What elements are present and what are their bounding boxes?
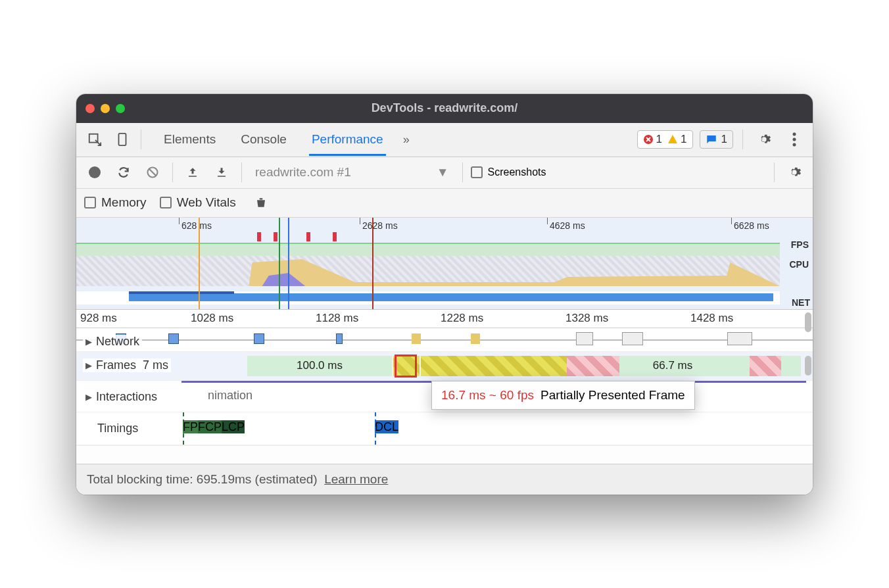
timings-track[interactable]: Timings FPFCPLCP DCL: [76, 412, 813, 445]
timing-marker-lcp[interactable]: LCP: [222, 420, 245, 433]
tab-elements[interactable]: Elements: [161, 124, 218, 156]
record-button[interactable]: [83, 160, 107, 184]
frame-segment-dropped[interactable]: [750, 356, 781, 376]
ruler-tick: 1128 ms: [316, 312, 358, 325]
reload-record-button[interactable]: [112, 160, 135, 184]
dropped-frame-marker: [333, 232, 337, 241]
status-footer: Total blocking time: 695.19ms (estimated…: [76, 464, 813, 495]
ruler-tick: 1028 ms: [191, 312, 233, 325]
download-profile-button[interactable]: [210, 160, 233, 184]
overview-tick: 628 ms: [181, 220, 212, 231]
tooltip-timing: 16.7 ms ~ 60 fps: [441, 388, 534, 403]
divider: [172, 162, 173, 182]
timeline-overview[interactable]: 628 ms 2628 ms 4628 ms 6628 ms FPS CP: [76, 218, 813, 310]
divider: [141, 130, 141, 149]
dropped-frame-marker: [257, 232, 261, 241]
dropped-frame-marker: [306, 232, 310, 241]
frame-segment-partial[interactable]: [421, 356, 567, 376]
overview-marker: [199, 218, 200, 309]
disclosure-triangle-icon[interactable]: ▶: [85, 360, 92, 370]
lane-label-fps: FPS: [789, 235, 813, 255]
more-tabs-button[interactable]: »: [403, 133, 410, 147]
frame-selection: [395, 355, 417, 378]
issues-badge[interactable]: 1: [700, 130, 733, 149]
learn-more-link[interactable]: Learn more: [324, 472, 388, 486]
animation-label-truncated: nimation: [208, 389, 252, 403]
divider: [241, 162, 242, 182]
device-toolbar-icon[interactable]: [110, 128, 134, 151]
warning-count: 1: [681, 133, 686, 146]
timing-line: [375, 412, 376, 445]
cpu-lane: [76, 256, 780, 286]
frame-tooltip: 16.7 ms ~ 60 fps Partially Presented Fra…: [431, 381, 695, 410]
collect-garbage-button[interactable]: [249, 191, 273, 214]
capture-settings-icon[interactable]: [782, 160, 806, 184]
interactions-track[interactable]: ▶Interactions nimation 16.7 ms ~ 60 fps …: [76, 381, 813, 412]
overview-tick: 4628 ms: [550, 220, 585, 231]
window-title: DevTools - readwrite.com/: [76, 101, 813, 115]
svg-point-4: [793, 138, 796, 141]
time-ruler[interactable]: 928 ms 1028 ms 1128 ms 1228 ms 1328 ms 1…: [76, 310, 813, 328]
frames-track[interactable]: ▶Frames 7 ms 100.0 ms 66.7 ms: [76, 352, 813, 381]
devtools-window: DevTools - readwrite.com/ Elements Conso…: [76, 94, 813, 495]
overview-marker: [372, 218, 373, 309]
panel-tab-bar: Elements Console Performance » 1 1 1: [76, 123, 813, 157]
ruler-tick: 1228 ms: [441, 312, 483, 325]
overview-tick: 6628 ms: [734, 220, 769, 231]
session-label: readwrite.com #1: [255, 165, 351, 180]
tab-console[interactable]: Console: [238, 124, 289, 156]
inspect-element-icon[interactable]: [83, 128, 107, 151]
blocking-time-text: Total blocking time: 695.19ms (estimated…: [87, 472, 318, 486]
svg-rect-1: [119, 134, 126, 145]
window-titlebar: DevTools - readwrite.com/: [76, 94, 813, 123]
web-vitals-checkbox[interactable]: Web Vitals: [160, 195, 236, 210]
timing-marker-fp[interactable]: FP: [183, 420, 198, 433]
network-track[interactable]: ▶Network: [76, 328, 813, 352]
scrollbar-thumb[interactable]: [805, 312, 811, 332]
performance-options-row: Memory Web Vitals: [76, 189, 813, 218]
divider: [742, 130, 743, 149]
error-count: 1: [656, 133, 662, 146]
disclosure-triangle-icon[interactable]: ▶: [85, 392, 92, 402]
tab-performance[interactable]: Performance: [309, 124, 386, 156]
svg-point-3: [793, 133, 796, 136]
dropped-frame-marker: [274, 232, 277, 241]
ruler-tick: 928 ms: [80, 312, 117, 325]
net-lane: [76, 291, 780, 305]
settings-icon[interactable]: [752, 128, 776, 151]
timing-marker-dcl[interactable]: DCL: [375, 420, 398, 433]
frame-segment[interactable]: 100.0 ms: [247, 356, 392, 376]
console-status-badges[interactable]: 1 1: [637, 130, 693, 149]
frame-segment[interactable]: 66.7 ms: [619, 356, 726, 376]
upload-profile-button[interactable]: [181, 160, 204, 184]
timing-marker-fcp[interactable]: FCP: [198, 420, 222, 433]
scrollbar-thumb[interactable]: [805, 356, 811, 376]
ruler-tick: 1428 ms: [690, 312, 733, 325]
disclosure-triangle-icon[interactable]: ▶: [85, 337, 92, 347]
frame-segment[interactable]: [726, 356, 750, 376]
issues-count: 1: [721, 133, 727, 146]
chevron-down-icon: ▼: [437, 165, 449, 180]
divider: [462, 162, 463, 182]
fps-lane: [76, 235, 780, 256]
lane-label-cpu: CPU: [789, 255, 813, 274]
overview-marker: [288, 218, 289, 309]
recording-session-select[interactable]: readwrite.com #1 ▼: [250, 165, 454, 180]
frame-segment-dropped[interactable]: [567, 356, 619, 376]
more-options-icon[interactable]: [782, 128, 806, 151]
divider: [774, 162, 775, 182]
overview-tick: 2628 ms: [362, 220, 398, 231]
lane-label-net: NET: [792, 297, 810, 308]
svg-point-5: [793, 143, 796, 147]
overview-marker: [279, 218, 280, 309]
ruler-tick: 1328 ms: [565, 312, 608, 325]
performance-toolbar: readwrite.com #1 ▼ Screenshots: [76, 157, 813, 189]
memory-checkbox[interactable]: Memory: [84, 195, 147, 210]
clear-button[interactable]: [141, 160, 164, 184]
screenshots-checkbox[interactable]: Screenshots: [471, 166, 546, 178]
timing-line: [183, 412, 184, 445]
frame-segment[interactable]: [781, 356, 801, 376]
tooltip-description: Partially Presented Frame: [541, 388, 685, 403]
